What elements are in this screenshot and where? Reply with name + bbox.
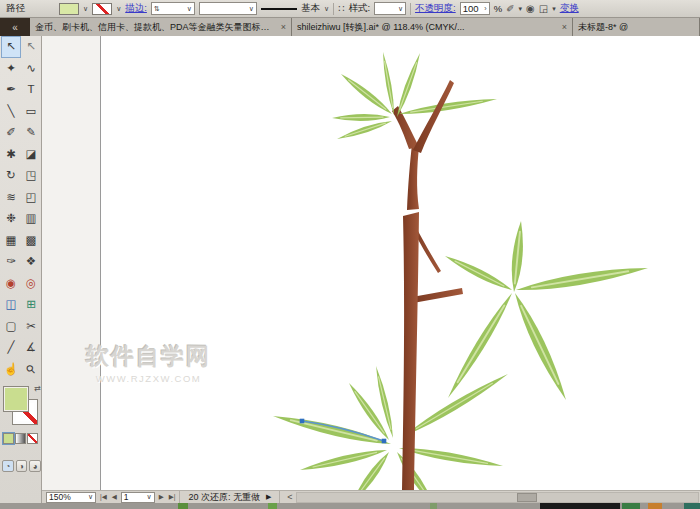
taskbar-segment — [648, 503, 662, 509]
pen-tool[interactable]: ✒ — [1, 79, 21, 101]
gradient-button[interactable] — [15, 433, 26, 444]
next-artboard-button[interactable]: ▶ — [158, 493, 165, 501]
width-tool[interactable]: ≋ — [1, 187, 21, 209]
width-profile-combo[interactable]: ∨ — [199, 2, 257, 15]
stroke-spinner-icon[interactable]: ⇅ — [154, 5, 160, 13]
blend-tool[interactable]: ❖ — [21, 251, 41, 273]
knife-tool[interactable]: ╱ — [1, 337, 21, 359]
upper-stem[interactable] — [407, 144, 419, 210]
first-artboard-button[interactable]: |◀ — [99, 493, 108, 501]
perspective-grid-tool[interactable]: ⊞ — [21, 294, 41, 316]
stroke-link[interactable]: 描边: — [125, 2, 147, 15]
status-expand-icon[interactable]: ▶ — [266, 493, 271, 501]
brush-definition-dropdown-icon[interactable]: ∨ — [324, 5, 329, 13]
slice-tool[interactable]: ✂ — [21, 316, 41, 338]
style-prefix-icon: ∷ — [338, 3, 344, 14]
line-segment-tool[interactable]: ╲ — [1, 101, 21, 123]
stroke-dropdown-icon[interactable]: ∨ — [116, 5, 121, 13]
recolor-artwork-icon[interactable]: ◉ — [526, 3, 535, 14]
opacity-link[interactable]: 不透明度: — [415, 2, 456, 15]
magic-wand-tool[interactable]: ✦ — [1, 58, 21, 80]
mesh-tool[interactable]: ▦ — [1, 230, 21, 252]
stroke-color-swatch[interactable] — [92, 3, 112, 15]
brush-definition-label[interactable]: 基本 — [301, 2, 320, 15]
paintbrush-tool[interactable]: ✐ — [1, 122, 21, 144]
canvas-area[interactable]: 软件自学网 WWW.RJZXW.COM — [42, 36, 700, 490]
width-profile-dropdown-icon[interactable]: ∨ — [249, 5, 254, 13]
top-leaf-cluster[interactable] — [332, 52, 497, 139]
branch-right[interactable] — [413, 80, 454, 153]
style-dropdown-icon[interactable]: ∨ — [398, 5, 403, 13]
undo-status-button[interactable]: 20 次还原: 无重做 ▶ — [179, 491, 280, 503]
anchor-point[interactable] — [300, 419, 305, 424]
lasso-tool[interactable]: ∿ — [21, 58, 41, 80]
symbol-sprayer-tool[interactable]: ❉ — [1, 208, 21, 230]
opacity-input[interactable]: 100› — [460, 2, 490, 15]
fill-indicator[interactable] — [3, 386, 29, 412]
document-tab-2[interactable]: shileizhiwu [转换].ai* @ 118.4% (CMYK/...× — [292, 18, 573, 36]
live-paint-selection-tool[interactable]: ◎ — [21, 273, 41, 295]
zoom-dropdown-icon[interactable]: ∨ — [88, 493, 93, 501]
main-stem[interactable] — [402, 212, 419, 490]
swap-fill-stroke-icon[interactable]: ⇄ — [34, 384, 41, 393]
screen-mode-button-3[interactable]: ◕ — [29, 460, 41, 472]
document-tab-3[interactable]: 未标题-8* @ — [573, 18, 700, 36]
leaf-vein — [455, 261, 504, 286]
rectangle-tool[interactable]: ▭ — [21, 101, 41, 123]
last-artboard-button[interactable]: ▶| — [168, 493, 177, 501]
previous-artboard-button[interactable]: ◀ — [111, 493, 118, 501]
tab-bar: « 金币、刷卡机、信用卡、提款机、PDA等金融类矢量图标素材 [转换].AI* … — [0, 18, 700, 36]
direct-selection-tool[interactable]: ↖ — [21, 36, 41, 58]
eyedropper-tool[interactable]: ✑ — [1, 251, 21, 273]
fill-dropdown-icon[interactable]: ∨ — [83, 5, 88, 13]
rotate-tool[interactable]: ↻ — [1, 165, 21, 187]
selection-tool[interactable]: ↖ — [1, 36, 21, 58]
stroke-weight-dropdown-icon[interactable]: ∨ — [187, 5, 192, 13]
artboard-tool[interactable]: ▢ — [1, 316, 21, 338]
brushes-menu-arrow-icon[interactable]: ▾ — [519, 5, 523, 13]
column-graph-tool[interactable]: ▥ — [21, 208, 41, 230]
shape-builder-tool[interactable]: ◫ — [1, 294, 21, 316]
none-button[interactable] — [27, 433, 38, 444]
fill-color-swatch[interactable] — [59, 3, 79, 15]
free-transform-tool-icon: ◰ — [26, 192, 37, 204]
select-similar-menu-arrow-icon[interactable]: ▾ — [552, 5, 556, 13]
artboard-navigation-combo[interactable]: 1∨ — [121, 492, 155, 503]
brushes-panel-icon[interactable]: ✐ — [506, 3, 514, 14]
document-tab-1[interactable]: 金币、刷卡机、信用卡、提款机、PDA等金融类矢量图标素材 [转换].AI* @.… — [30, 18, 292, 36]
screen-mode-button-1[interactable]: ◔ — [2, 460, 14, 472]
leaf-vein — [379, 377, 391, 430]
eraser-tool[interactable]: ◪ — [21, 144, 41, 166]
tab-close-icon[interactable]: × — [562, 22, 567, 32]
type-tool[interactable]: T — [21, 79, 41, 101]
control-bar: 路径 ∨ ∨ 描边: ⇅∨ ∨ 基本 ∨ ∷ 样式: ∨ 不透明度: 100› … — [0, 0, 700, 18]
blob-brush-tool[interactable]: ✱ — [1, 144, 21, 166]
stroke-weight-combo[interactable]: ⇅∨ — [151, 2, 195, 15]
transform-link[interactable]: 变换 — [560, 2, 579, 15]
opacity-more-icon[interactable]: › — [484, 5, 486, 12]
petiole[interactable] — [412, 288, 463, 303]
bottom-leaf-cluster[interactable] — [273, 366, 508, 490]
free-transform-tool[interactable]: ◰ — [21, 187, 41, 209]
scale-tool[interactable]: ◳ — [21, 165, 41, 187]
hand-tool[interactable]: ☝ — [1, 359, 21, 381]
zoom-level-combo[interactable]: 150%∨ — [46, 492, 96, 503]
live-paint-bucket-tool[interactable]: ◉ — [1, 273, 21, 295]
horizontal-scrollbar[interactable] — [296, 492, 699, 503]
tab-close-icon[interactable]: × — [281, 22, 286, 32]
gradient-tool[interactable]: ▩ — [21, 230, 41, 252]
screen-mode-buttons: ◔ ◑ ◕ — [2, 460, 41, 472]
artboard-dropdown-icon[interactable]: ∨ — [147, 493, 152, 501]
screen-mode-button-2[interactable]: ◑ — [16, 460, 28, 472]
zoom-tool[interactable]: ⚲ — [21, 359, 41, 381]
pencil-tool[interactable]: ✎ — [21, 122, 41, 144]
style-combo[interactable]: ∨ — [374, 2, 406, 15]
select-similar-icon[interactable]: ◲ — [539, 3, 548, 14]
scrollbar-thumb[interactable] — [517, 493, 537, 502]
color-button[interactable] — [3, 433, 14, 444]
panel-collapse-button[interactable]: « — [0, 18, 30, 36]
measure-tool[interactable]: ∡ — [21, 337, 41, 359]
scroll-left-arrow[interactable]: < — [287, 492, 292, 502]
anchor-point[interactable] — [382, 439, 387, 444]
right-leaf-cluster[interactable] — [445, 221, 648, 400]
